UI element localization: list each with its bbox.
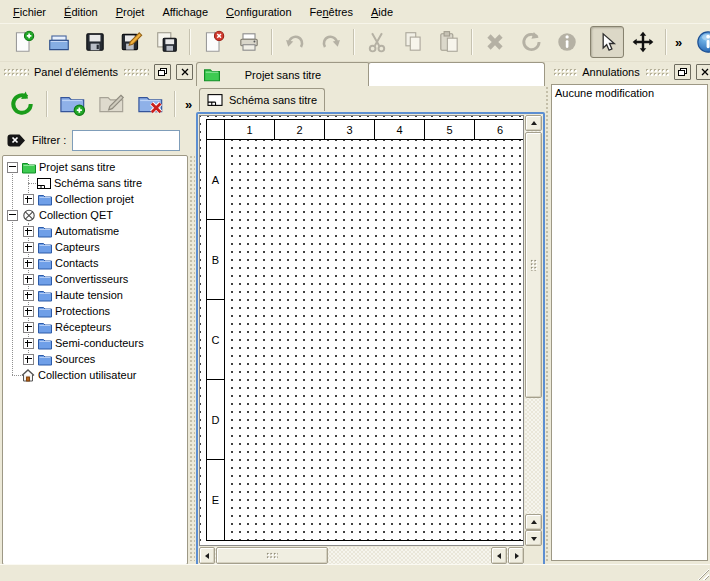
tree-item-schema[interactable]: Schéma sans titre <box>3 175 187 191</box>
save-as-button[interactable] <box>114 26 148 58</box>
tab-projet-sans-titre[interactable]: Projet sans titre <box>196 62 370 86</box>
menu-projet[interactable]: Projet <box>107 2 154 22</box>
copy-button[interactable] <box>396 26 430 58</box>
scroll-left-button-2[interactable] <box>491 547 507 564</box>
expand-expander-icon[interactable] <box>23 258 34 269</box>
collapse-expander-icon[interactable] <box>7 162 18 173</box>
vertical-splitter[interactable] <box>189 155 195 561</box>
toolbar-overflow-button[interactable]: » <box>672 35 685 50</box>
undo-list-item[interactable]: Aucune modification <box>552 85 707 101</box>
save-button[interactable] <box>78 26 112 58</box>
float-icon <box>678 68 687 77</box>
vertical-scrollbar[interactable] <box>525 115 542 546</box>
new-category-button[interactable] <box>54 86 90 122</box>
tree-item-label: Haute tension <box>55 289 123 301</box>
menu-bar: Fichier Édition Projet Affichage Configu… <box>0 0 710 24</box>
expand-expander-icon[interactable] <box>23 242 34 253</box>
print-button[interactable] <box>232 26 266 58</box>
tree-item-label: Collection utilisateur <box>38 369 136 381</box>
scroll-down-button[interactable] <box>525 530 542 546</box>
element-info-button[interactable] <box>550 26 584 58</box>
tree-item-label: Automatisme <box>55 225 119 237</box>
schema-icon <box>207 93 223 107</box>
vertical-scroll-thumb[interactable] <box>525 132 542 398</box>
reload-collections-button[interactable] <box>4 86 40 122</box>
toolbar-separator <box>46 91 48 117</box>
expand-expander-icon[interactable] <box>23 322 34 333</box>
menu-fenetres[interactable]: Fenêtres <box>301 2 362 22</box>
tree-item-collection-utilisateur[interactable]: Collection utilisateur <box>3 367 187 383</box>
menu-edition[interactable]: Édition <box>55 2 107 22</box>
column-header: 2 <box>275 120 325 140</box>
tree-item-label: Projet sans titre <box>39 161 115 173</box>
expand-expander-icon[interactable] <box>23 274 34 285</box>
menu-aide[interactable]: Aide <box>362 2 402 22</box>
save-all-button[interactable] <box>150 26 184 58</box>
edit-category-button[interactable] <box>93 86 129 122</box>
schema-drawing-area[interactable] <box>225 140 524 540</box>
expand-expander-icon[interactable] <box>23 338 34 349</box>
scroll-left-button[interactable] <box>199 547 215 564</box>
tree-item-semi-conducteurs[interactable]: Semi-conducteurs <box>3 335 187 351</box>
float-panel-button[interactable] <box>674 64 691 80</box>
tree-item-collection-qet[interactable]: Collection QET <box>3 207 187 223</box>
delete-button[interactable] <box>478 26 512 58</box>
expand-expander-icon[interactable] <box>23 306 34 317</box>
expand-expander-icon[interactable] <box>23 290 34 301</box>
redo-button[interactable] <box>314 26 348 58</box>
tree-item-capteurs[interactable]: Capteurs <box>3 239 187 255</box>
undo-button[interactable] <box>278 26 312 58</box>
collapse-expander-icon[interactable] <box>7 210 18 221</box>
tree-item-projet[interactable]: Projet sans titre <box>3 159 187 175</box>
panel-toolbar-overflow-button[interactable]: » <box>182 97 195 112</box>
tree-item-recepteurs[interactable]: Récepteurs <box>3 319 187 335</box>
close-panel-button[interactable] <box>696 64 710 80</box>
tree-item-contacts[interactable]: Contacts <box>3 255 187 271</box>
rotate-button[interactable] <box>514 26 548 58</box>
tree-item-automatisme[interactable]: Automatisme <box>3 223 187 239</box>
close-document-button[interactable] <box>196 26 230 58</box>
move-mode-button[interactable] <box>626 26 660 58</box>
vertical-splitter[interactable] <box>545 86 550 561</box>
clear-filter-icon[interactable] <box>6 133 26 148</box>
scroll-up-button[interactable] <box>525 115 542 131</box>
float-panel-button[interactable] <box>154 64 171 80</box>
window-resize-grip[interactable] <box>696 567 709 580</box>
cut-button[interactable] <box>360 26 394 58</box>
tree-item-haute-tension[interactable]: Haute tension <box>3 287 187 303</box>
dock-drag-texture[interactable] <box>3 68 29 77</box>
reload-icon <box>8 90 36 118</box>
scroll-right-button[interactable] <box>508 547 524 564</box>
green-folder-icon <box>204 67 220 82</box>
scroll-up-button-2[interactable] <box>525 514 542 530</box>
open-button[interactable] <box>42 26 76 58</box>
tree-item-sources[interactable]: Sources <box>3 351 187 367</box>
blue-folder-icon <box>38 225 52 238</box>
dock-drag-texture[interactable] <box>645 68 669 77</box>
expand-expander-icon[interactable] <box>23 226 34 237</box>
menu-fichier[interactable]: Fichier <box>4 2 55 22</box>
select-mode-button[interactable] <box>590 26 624 58</box>
expand-expander-icon[interactable] <box>23 354 34 365</box>
row-header: B <box>207 220 225 300</box>
filter-input[interactable] <box>72 130 180 151</box>
dock-drag-texture[interactable] <box>123 68 149 77</box>
tree-item-protections[interactable]: Protections <box>3 303 187 319</box>
tree-item-collection-projet[interactable]: Collection projet <box>3 191 187 207</box>
about-button[interactable] <box>691 26 710 58</box>
new-document-button[interactable] <box>6 26 40 58</box>
green-folder-icon <box>22 161 36 174</box>
dock-drag-texture[interactable] <box>553 68 577 77</box>
menu-affichage[interactable]: Affichage <box>153 2 217 22</box>
paste-button[interactable] <box>432 26 466 58</box>
delete-category-button[interactable] <box>132 86 168 122</box>
schema-canvas[interactable]: 1 2 3 4 5 6 A B C D E <box>199 115 524 546</box>
horizontal-scrollbar[interactable] <box>199 547 524 564</box>
tree-item-convertisseurs[interactable]: Convertisseurs <box>3 271 187 287</box>
expand-expander-icon[interactable] <box>23 194 34 205</box>
column-header: 3 <box>325 120 375 140</box>
close-panel-button[interactable] <box>176 64 193 80</box>
tab-schema-sans-titre[interactable]: Schéma sans titre <box>199 88 325 111</box>
horizontal-scroll-thumb[interactable] <box>216 547 328 564</box>
menu-configuration[interactable]: Configuration <box>217 2 300 22</box>
